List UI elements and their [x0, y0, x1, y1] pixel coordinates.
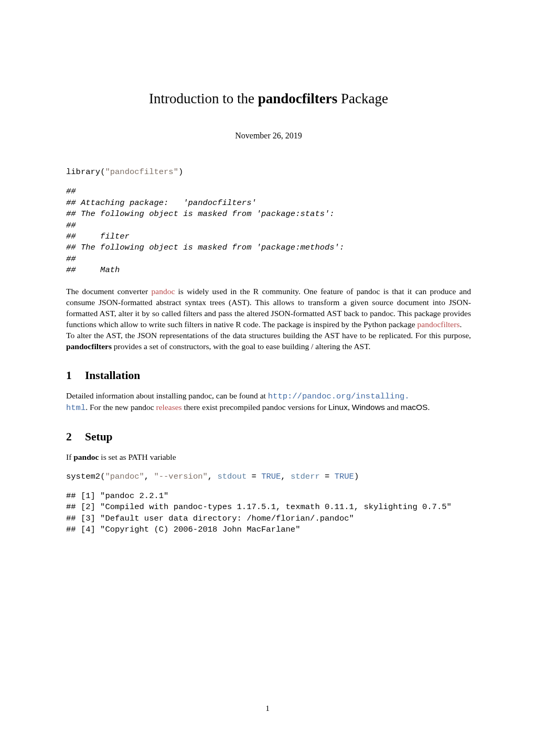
- code-output-line: ## Attaching package: 'pandocfilters': [66, 198, 471, 209]
- link-pandocfilters-py[interactable]: pandocfilters: [418, 320, 460, 329]
- code-output-line: ##: [66, 220, 471, 231]
- title-bold: pandocfilters: [258, 91, 338, 106]
- code-output-line: ##: [66, 186, 471, 197]
- section-setup: 2Setup: [66, 429, 471, 445]
- link-pandoc-install[interactable]: http://pandoc.org/installing.: [268, 392, 410, 401]
- code-output-line: ## filter: [66, 231, 471, 242]
- os-linux: Linux: [328, 403, 348, 412]
- link-releases[interactable]: releases: [156, 403, 182, 412]
- code-output-line: ## [1] "pandoc 2.2.1": [66, 491, 471, 502]
- code-block-library: library("pandocfilters") ## ## Attaching…: [66, 167, 471, 276]
- code-output-line: ## [4] "Copyright (C) 2006-2018 John Mac…: [66, 524, 471, 535]
- code-output-line: ##: [66, 254, 471, 265]
- installation-paragraph: Detailed information about installing pa…: [66, 391, 471, 414]
- page-number: 1: [0, 704, 535, 713]
- code-output-line: ## The following object is masked from '…: [66, 242, 471, 253]
- code-output-line: ## [2] "Compiled with pandoc-types 1.17.…: [66, 502, 471, 513]
- intro-paragraph: The document converter pandoc is widely …: [66, 286, 471, 330]
- os-windows: Windows: [352, 403, 385, 412]
- code-output-line: ## [3] "Default user data directory: /ho…: [66, 513, 471, 524]
- section-installation: 1Installation: [66, 368, 471, 383]
- code-line: library("pandocfilters"): [66, 167, 471, 178]
- code-line: system2("pandoc", "--version", stdout = …: [66, 471, 471, 482]
- title-prefix: Introduction to the: [149, 91, 258, 106]
- intro-paragraph-2: To alter the AST, the JSON representatio…: [66, 330, 471, 352]
- link-pandoc[interactable]: pandoc: [152, 287, 175, 296]
- document-date: November 26, 2019: [66, 130, 471, 142]
- code-block-system2: system2("pandoc", "--version", stdout = …: [66, 471, 471, 536]
- code-output-line: ## The following object is masked from '…: [66, 209, 471, 220]
- code-output-line: ## Math: [66, 265, 471, 276]
- os-macos: macOS: [401, 403, 428, 412]
- link-pandoc-install-cont[interactable]: html: [66, 403, 85, 413]
- title-suffix: Package: [337, 91, 388, 106]
- page-title: Introduction to the pandocfilters Packag…: [66, 89, 471, 108]
- setup-paragraph: If pandoc is set as PATH variable: [66, 452, 471, 463]
